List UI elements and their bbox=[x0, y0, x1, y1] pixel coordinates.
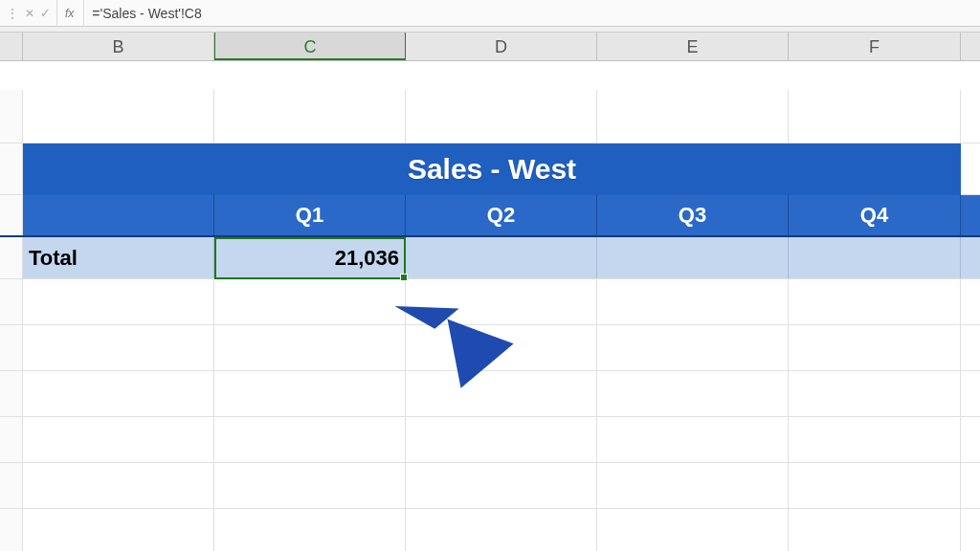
row-label-total: Total bbox=[23, 237, 214, 278]
header-blank bbox=[23, 195, 214, 235]
header-q4: Q4 bbox=[789, 195, 961, 235]
header-q2: Q2 bbox=[406, 195, 597, 235]
formula-bar-controls: ⋮ ✕ ✓ bbox=[0, 0, 57, 26]
column-header-d[interactable]: D bbox=[406, 33, 597, 60]
fx-label[interactable]: fx bbox=[57, 0, 84, 26]
column-headers: B C D E F bbox=[0, 33, 980, 61]
spreadsheet-grid[interactable]: B C D E F Sales - West Q1 Q2 Q3 Q4 Total… bbox=[0, 33, 980, 551]
header-q3: Q3 bbox=[597, 195, 789, 235]
header-row[interactable]: Q1 Q2 Q3 Q4 bbox=[0, 195, 980, 237]
cell-total-q1[interactable]: 21,036 bbox=[214, 237, 406, 278]
empty-row[interactable] bbox=[0, 371, 980, 417]
corner-cell[interactable] bbox=[0, 33, 23, 60]
cancel-formula-icon[interactable]: ✕ bbox=[25, 7, 34, 20]
cell-total-q4[interactable] bbox=[789, 237, 961, 278]
accept-formula-icon[interactable]: ✓ bbox=[40, 6, 51, 20]
header-q1: Q1 bbox=[214, 195, 406, 235]
empty-row[interactable] bbox=[0, 325, 980, 371]
column-header-e[interactable]: E bbox=[597, 33, 789, 60]
cell-total-q2[interactable] bbox=[406, 237, 597, 278]
data-row-total[interactable]: Total 21,036 bbox=[0, 237, 980, 279]
empty-row[interactable] bbox=[0, 463, 980, 509]
cell-total-q3[interactable] bbox=[597, 237, 789, 278]
column-header-f[interactable]: F bbox=[789, 33, 961, 60]
column-header-c[interactable]: C bbox=[214, 33, 406, 60]
formula-bar: ⋮ ✕ ✓ fx bbox=[0, 0, 980, 27]
empty-row[interactable] bbox=[0, 279, 980, 325]
column-header-b[interactable]: B bbox=[23, 33, 214, 60]
menu-dots-icon[interactable]: ⋮ bbox=[6, 6, 19, 21]
formula-input[interactable] bbox=[84, 6, 980, 21]
table-title: Sales - West bbox=[23, 143, 961, 195]
empty-row[interactable] bbox=[0, 417, 980, 463]
title-row[interactable]: Sales - West bbox=[0, 143, 980, 195]
empty-row[interactable] bbox=[0, 90, 980, 143]
empty-row[interactable] bbox=[0, 509, 980, 551]
